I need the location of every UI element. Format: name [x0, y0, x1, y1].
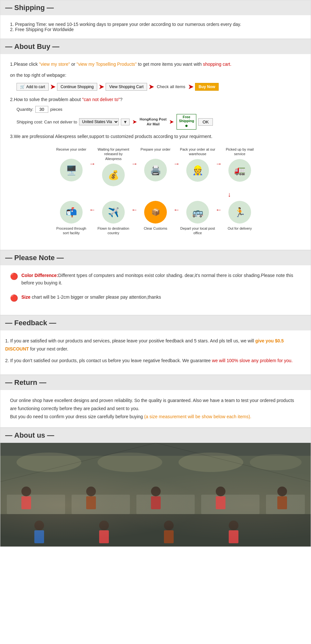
qty-label: Quantity: — [17, 107, 33, 112]
topselling-link[interactable]: "view my Topselling Products" — [76, 62, 137, 67]
depart-icon: 🚌 — [186, 201, 209, 224]
sort-icon: 📬 — [60, 201, 83, 224]
cart-icon: 🛒 — [20, 85, 25, 89]
feedback-content: 1. If you are satisfied with our product… — [0, 330, 311, 374]
about-us-header: — About us — — [0, 428, 311, 443]
return-header: — Return — — [0, 375, 311, 390]
return-text1: Our online shop have excellent designs a… — [10, 397, 301, 413]
note-size-item: 🔴 Size chart will be 1-2cm bigger or sma… — [10, 293, 301, 302]
arrow3: ➤ — [148, 83, 154, 91]
guarantee-text: we will 100% slove any problem for you. — [212, 358, 293, 363]
process-row1: Receive your order 🖥️ → Waiting for paym… — [13, 147, 298, 188]
process-item-5: Picked up by mail service 🚛 — [222, 147, 258, 183]
factory-overlay — [0, 443, 311, 546]
shipping-header: — Shipping — — [0, 0, 311, 15]
shipping-line1: 1. Preparing Time: we need 10-15 working… — [10, 22, 301, 27]
process-item-7: 🚌 Depart your local post office — [180, 200, 215, 237]
step3-text: 3.We are professional Aliexpress seller,… — [10, 133, 301, 141]
feedback-section: — Feedback — 1. If you are satisfied wit… — [0, 315, 311, 375]
process-arrow-5: ← — [215, 200, 222, 213]
prepare-order-icon: 🖨️ — [144, 159, 167, 181]
ok-button[interactable]: OK — [198, 118, 213, 126]
add-to-cart-label: Add to cart — [26, 85, 45, 89]
arrow-delivery: ➤ — [132, 118, 137, 125]
shipping-line2: 2. Free Shipping For Worldwide — [10, 27, 301, 32]
pack-order-icon: 👷 — [186, 159, 209, 182]
step1-bottom-text: on the top right of webpage: — [10, 72, 301, 79]
about-buy-section: — About Buy — 1.Please click "view my st… — [0, 39, 311, 250]
shipping-cost-label: Shipping cost: Can not deliver to — [17, 120, 77, 124]
color-difference-label: Color Difference: — [21, 273, 58, 278]
arrow2: ➤ — [98, 83, 104, 91]
return-content: Our online shop have excellent designs a… — [0, 390, 311, 428]
factory-image — [0, 443, 311, 546]
about-us-title: About us — [14, 431, 45, 440]
color-note-text: Color Difference:Different types of comp… — [21, 272, 301, 287]
add-to-cart-button[interactable]: 🛒 Add to cart — [17, 83, 49, 91]
arrow1: ➤ — [50, 83, 56, 91]
size-note-icon: 🔴 — [10, 294, 18, 302]
arrow-delivery2: ➤ — [169, 118, 174, 125]
step2-text: 2.How to solve the prowblem about "can n… — [10, 96, 301, 104]
process-arrow-6: ← — [173, 200, 180, 213]
color-note-icon: 🔴 — [10, 272, 18, 280]
down-arrow: ↓ — [13, 191, 298, 198]
about-buy-header: — About Buy — — [0, 39, 311, 54]
shopping-steps: 🛒 Add to cart ➤ Continue Shopping ➤ View… — [17, 83, 301, 91]
shipping-section: — Shipping — 1. Preparing Time: we need … — [0, 0, 311, 39]
process-flow: Receive your order 🖥️ → Waiting for paym… — [13, 147, 298, 236]
hk-post-badge: HongKong Post Air Mail — [140, 117, 167, 127]
please-note-title: Please Note — [14, 254, 55, 262]
please-note-header: — Please Note — — [0, 250, 311, 265]
process-arrow-8: ← — [89, 200, 96, 213]
process-arrow-2: → — [131, 147, 138, 167]
process-item-10: 📬 Processed through sort facility — [53, 200, 89, 237]
shipping-content: 1. Preparing Time: we need 10-15 working… — [0, 15, 311, 39]
receive-order-icon: 🖥️ — [60, 159, 83, 181]
process-row2: 🏃 Out for delivery ← 🚌 Depart your local… — [13, 200, 298, 237]
qty-input[interactable] — [35, 106, 48, 113]
country-select[interactable]: United States Via — [79, 118, 119, 125]
return-title: Return — [14, 378, 37, 387]
process-item-8: 📦 Clear Customs — [138, 200, 173, 236]
customs-icon: 📦 — [144, 201, 167, 224]
about-buy-title: About Buy — [14, 42, 50, 51]
process-item-3: Prepare your order 🖨️ — [138, 147, 173, 183]
view-shopping-cart-button[interactable]: View Shopping Cart — [106, 83, 147, 91]
process-item-4: Pack your order at our warehouse 👷 — [180, 147, 215, 183]
out-delivery-icon: 🏃 — [228, 201, 251, 224]
process-arrow-3: → — [173, 147, 180, 167]
shopping-cart-text: shopping cart. — [203, 62, 231, 67]
buy-now-button[interactable]: Buy Now — [195, 83, 219, 91]
free-shipping-badge: FreeShipping● — [177, 114, 196, 130]
shipping-title: Shipping — [14, 4, 45, 12]
return-text2: But you do need to confirm your dress si… — [10, 413, 301, 421]
quantity-row: Quantity: pieces Shipping cost: Can not … — [17, 106, 301, 130]
view-store-link[interactable]: "view my store" — [39, 62, 70, 67]
size-measurement-text: (a size measurement will be show below e… — [144, 414, 251, 419]
about-us-section: — About us — — [0, 428, 311, 547]
dropdown-arrow[interactable]: ▼ — [121, 119, 130, 125]
payment-icon: 💰 — [102, 164, 125, 186]
process-arrow-4: → — [215, 147, 222, 167]
size-note-text: Size chart will be 1-2cm bigger or small… — [21, 293, 161, 301]
arrow4: ➤ — [188, 83, 194, 91]
step1-text: 1.Please click "view my store" or "view … — [10, 61, 301, 68]
pickup-icon: 🚛 — [228, 159, 251, 182]
process-arrow-7: ← — [131, 200, 138, 213]
process-item-6: 🏃 Out for delivery — [222, 200, 258, 236]
qty-unit: pieces — [50, 107, 63, 112]
continue-shopping-button[interactable]: Continue Shopping — [57, 83, 97, 91]
flown-icon: ✈️ — [102, 201, 125, 224]
process-arrow-1: → — [89, 147, 96, 167]
size-label: Size — [21, 294, 30, 300]
check-items-text: Check all items — [157, 84, 185, 89]
please-note-section: — Please Note — 🔴 Color Difference:Diffe… — [0, 250, 311, 316]
feedback-title: Feedback — [14, 319, 47, 327]
process-item-1: Receive your order 🖥️ — [53, 147, 89, 183]
process-item-2: Waiting for payment released by Aliexpre… — [96, 147, 131, 188]
process-item-9: ✈️ Flown to destination country — [96, 200, 131, 237]
return-section: — Return — Our online shop have excellen… — [0, 375, 311, 428]
step2-highlight: "can not deliver to" — [82, 97, 120, 102]
note-color-item: 🔴 Color Difference:Different types of co… — [10, 272, 301, 287]
